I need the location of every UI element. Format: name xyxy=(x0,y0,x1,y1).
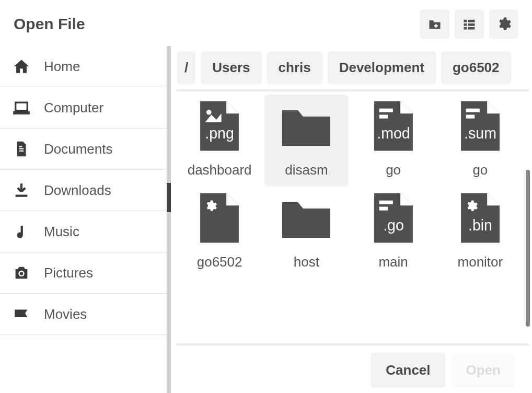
svg-rect-10 xyxy=(379,109,392,112)
laptop-icon xyxy=(13,99,30,117)
sidebar-item-documents[interactable]: Documents xyxy=(0,129,167,170)
settings-button[interactable] xyxy=(489,9,518,39)
breadcrumb-segment[interactable]: Development xyxy=(328,51,436,84)
file-item-label: go xyxy=(386,161,401,179)
folder-icon xyxy=(280,195,332,241)
svg-rect-16 xyxy=(379,200,392,204)
svg-rect-11 xyxy=(379,115,388,119)
view-list-button[interactable] xyxy=(455,9,484,39)
breadcrumb-segment[interactable]: Users xyxy=(201,51,261,84)
file-item[interactable]: .mod go xyxy=(352,95,435,187)
file-item-label: go xyxy=(472,161,488,179)
sidebar: Home Computer Documents Downloads Music … xyxy=(0,46,171,393)
breadcrumb-segment[interactable]: chris xyxy=(267,51,322,84)
sidebar-item-music[interactable]: Music xyxy=(0,211,167,252)
breadcrumb-bar: /UserschrisDevelopmentgo6502 xyxy=(176,46,532,89)
file-icon: .mod xyxy=(371,100,416,152)
file-icon: .png xyxy=(197,100,242,152)
new-folder-icon xyxy=(427,17,442,31)
file-icon xyxy=(197,192,242,244)
new-folder-button[interactable] xyxy=(420,9,449,39)
sidebar-item-downloads[interactable]: Downloads xyxy=(0,170,167,211)
sidebar-item-label: Documents xyxy=(44,141,113,157)
open-button[interactable]: Open xyxy=(452,353,515,388)
download-icon xyxy=(13,181,30,199)
list-view-icon xyxy=(462,17,477,31)
folder-icon xyxy=(280,103,332,149)
file-item-label: dashboard xyxy=(188,161,252,179)
svg-point-8 xyxy=(206,110,212,115)
svg-text:.go: .go xyxy=(383,217,404,234)
dialog-title: Open File xyxy=(14,15,85,33)
sidebar-scroll-indicator xyxy=(167,183,171,212)
sidebar-item-label: Computer xyxy=(44,100,103,116)
scrollbar-thumb[interactable] xyxy=(526,170,530,327)
sidebar-item-movies[interactable]: Movies xyxy=(0,294,167,335)
svg-text:.mod: .mod xyxy=(377,125,410,142)
svg-rect-17 xyxy=(379,206,388,210)
home-icon xyxy=(13,57,30,75)
file-item-label: go6502 xyxy=(197,253,242,271)
cancel-button[interactable]: Cancel xyxy=(371,353,445,388)
sidebar-item-pictures[interactable]: Pictures xyxy=(0,252,167,294)
file-item-label: monitor xyxy=(458,253,503,271)
movie-icon xyxy=(13,305,30,323)
file-item-label: host xyxy=(294,253,319,271)
sidebar-item-label: Home xyxy=(44,59,80,75)
file-item[interactable]: .png dashboard xyxy=(178,95,261,187)
svg-text:.png: .png xyxy=(205,125,234,142)
music-icon xyxy=(13,223,30,240)
breadcrumb-segment[interactable]: go6502 xyxy=(441,51,511,84)
svg-text:.sum: .sum xyxy=(464,125,496,142)
file-item[interactable]: .sum go xyxy=(438,95,522,187)
gear-icon xyxy=(496,16,512,32)
camera-icon xyxy=(13,264,30,282)
sidebar-item-label: Downloads xyxy=(44,182,111,199)
sidebar-item-label: Movies xyxy=(44,306,87,322)
svg-text:.bin: .bin xyxy=(468,217,492,234)
file-item[interactable]: disasm xyxy=(264,95,348,187)
breadcrumb-segment[interactable]: / xyxy=(177,51,195,84)
file-item[interactable]: .bin monitor xyxy=(438,187,522,279)
file-item-label: disasm xyxy=(285,161,328,179)
document-icon xyxy=(13,140,30,158)
file-grid: .png dashboarddisasm .mod go .sum go go6… xyxy=(176,91,524,279)
file-item[interactable]: .go main xyxy=(352,187,435,279)
file-icon: .sum xyxy=(458,100,503,152)
sidebar-item-computer[interactable]: Computer xyxy=(0,87,167,129)
file-item-label: main xyxy=(378,253,408,271)
svg-rect-14 xyxy=(466,115,475,119)
file-icon: .go xyxy=(371,192,416,244)
sidebar-item-label: Music xyxy=(44,224,79,240)
file-item[interactable]: host xyxy=(264,187,348,279)
svg-rect-13 xyxy=(466,109,479,112)
sidebar-item-label: Pictures xyxy=(44,265,93,281)
file-item[interactable]: go6502 xyxy=(178,187,261,279)
sidebar-item-home[interactable]: Home xyxy=(0,46,167,87)
file-icon: .bin xyxy=(458,192,503,244)
